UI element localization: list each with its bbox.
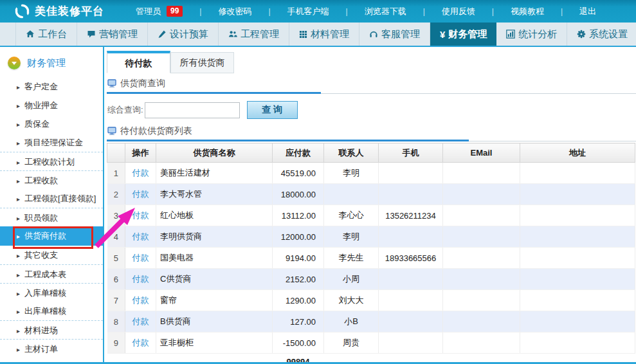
home-icon <box>26 30 35 39</box>
sidebar-item[interactable]: ▸客户定金 <box>0 77 103 96</box>
search-input[interactable] <box>145 102 240 118</box>
table-row: 8 付款 B供货商 127.00 小B <box>107 311 635 332</box>
app-window: 美佳装修平台 管理员 99 修改密码 手机客户端 浏览器下载 使用反馈 视频教程… <box>0 0 636 364</box>
sidebar-item[interactable]: ▸材料进场 <box>0 320 103 339</box>
sidebar-item[interactable]: ▸物业押金 <box>0 96 103 114</box>
table-row: 2 付款 李大哥水管 18000.00 <box>107 184 635 205</box>
table-row: 6 付款 C供货商 2152.00 小周 <box>107 269 635 290</box>
sidebar-item[interactable]: ▸项目经理保证金 <box>0 133 103 152</box>
col-supplier-name: 供货商名称 <box>156 143 273 163</box>
supplier-name: 国美电器 <box>156 248 273 269</box>
edit-icon <box>158 30 167 39</box>
pay-link[interactable]: 付款 <box>132 295 149 305</box>
address-value <box>520 248 635 269</box>
sidebar-item[interactable]: ▸工程成本表 <box>0 264 103 283</box>
table-row: 4 付款 李明供货商 12000.00 李明 <box>107 226 635 248</box>
item-arrow-icon: ▸ <box>17 327 20 334</box>
menu-video-tutorial[interactable]: 视频教程 <box>484 6 552 17</box>
sidebar-item[interactable]: ▸职员领款 <box>0 208 103 226</box>
sidebar-item[interactable]: ▸工程领款[直接领款] <box>0 189 103 208</box>
logo-swirl-icon <box>14 3 30 19</box>
top-header: 美佳装修平台 管理员 99 修改密码 手机客户端 浏览器下载 使用反馈 视频教程… <box>0 0 636 23</box>
row-number: 1 <box>107 163 125 184</box>
content-tabs: 待付款 所有供货商 <box>107 50 636 73</box>
nav-tab-system-settings[interactable]: 系统设置 <box>567 23 636 46</box>
amount-payable: -1500.00 <box>273 332 324 354</box>
table-row: 7 付款 窗帘 1290.00 刘大大 <box>107 290 635 311</box>
contact-name: 李明 <box>324 226 379 248</box>
item-arrow-icon: ▸ <box>17 215 20 222</box>
sidebar-section-header: 财务管理 <box>0 53 103 73</box>
nav-tab-statistics[interactable]: 统计分析 <box>496 23 567 46</box>
table-row: 1 付款 美丽生活建材 45519.00 李明 <box>107 163 635 184</box>
pay-link[interactable]: 付款 <box>132 338 149 347</box>
menu-change-password[interactable]: 修改密码 <box>191 6 260 17</box>
menu-logout[interactable]: 退出 <box>552 6 604 17</box>
table-row: 5 付款 国美电器 9194.00 李先生 18933665566 <box>107 248 635 269</box>
nav-tab-engineering[interactable]: 工程管理 <box>219 23 289 46</box>
amount-payable: 2152.00 <box>273 269 324 290</box>
search-button[interactable]: 查 询 <box>247 101 298 119</box>
monitor-icon <box>107 127 116 136</box>
item-arrow-icon: ▸ <box>17 308 20 315</box>
sidebar-item[interactable]: ▸工程收款 <box>0 170 103 189</box>
supplier-name: 李明供货商 <box>156 226 273 248</box>
top-menu: 管理员 99 修改密码 手机客户端 浏览器下载 使用反馈 视频教程 退出 <box>127 6 604 17</box>
email-value <box>443 226 520 248</box>
notification-badge[interactable]: 99 <box>167 6 183 17</box>
pay-link[interactable]: 付款 <box>132 210 149 220</box>
sidebar-item[interactable]: ▸出库单稽核 <box>0 302 103 320</box>
pay-link[interactable]: 付款 <box>132 316 149 326</box>
section-divider <box>107 140 636 141</box>
mobile-number <box>379 269 443 290</box>
menu-browser-download[interactable]: 浏览器下载 <box>338 6 415 17</box>
menu-admin[interactable]: 管理员 99 <box>127 6 191 17</box>
table-header-row: 操作 供货商名称 应付款 联系人 手机 EMail 地址 <box>107 143 635 163</box>
sidebar-menu: ▸客户定金 ▸物业押金 ▸质保金 ▸项目经理保证金 ▸工 <box>0 77 103 358</box>
tab-pending-payment[interactable]: 待付款 <box>107 51 170 73</box>
row-number: 4 <box>107 226 125 248</box>
sidebar-item[interactable]: ▸工程收款计划 <box>0 152 103 170</box>
row-number: 3 <box>107 205 125 226</box>
main-nav: 工作台 营销管理 设计预算 工程管理 材料管理 客服管理 ¥ 财务管理 统计分析 <box>0 23 636 47</box>
nav-tab-workbench[interactable]: 工作台 <box>15 23 77 46</box>
collapse-icon[interactable] <box>8 57 21 69</box>
item-arrow-icon: ▸ <box>17 252 20 259</box>
nav-tab-materials[interactable]: 材料管理 <box>289 23 359 46</box>
query-section-title: 供货商查询 <box>107 78 636 89</box>
pay-link[interactable]: 付款 <box>132 189 149 199</box>
sidebar-item[interactable]: ▸质保金 <box>0 114 103 133</box>
item-arrow-icon: ▸ <box>17 233 20 240</box>
address-value <box>520 311 635 332</box>
nav-tab-customer-service[interactable]: 客服管理 <box>359 23 430 46</box>
address-value <box>520 290 635 311</box>
nav-tab-marketing[interactable]: 营销管理 <box>77 23 148 46</box>
mobile-number: 18933665566 <box>379 248 443 269</box>
address-value <box>520 332 635 354</box>
address-value <box>520 184 635 205</box>
main-content: 待付款 所有供货商 供货商查询 综合查询: 查 询 待付款供货商列表 <box>104 47 636 364</box>
item-arrow-icon: ▸ <box>17 177 20 185</box>
tab-all-suppliers[interactable]: 所有供货商 <box>170 52 234 73</box>
pay-link[interactable]: 付款 <box>132 274 149 284</box>
mobile-number: 13526211234 <box>379 205 443 226</box>
menu-feedback[interactable]: 使用反馈 <box>415 6 484 17</box>
pay-link[interactable]: 付款 <box>132 232 149 241</box>
sidebar-item[interactable]: ▸其它收支 <box>0 246 103 264</box>
pay-link[interactable]: 付款 <box>132 168 149 177</box>
sidebar-item[interactable]: ▸主材订单 <box>0 339 103 358</box>
menu-mobile-client[interactable]: 手机客户端 <box>260 6 337 17</box>
nav-tab-finance[interactable]: ¥ 财务管理 <box>430 23 496 46</box>
item-arrow-icon: ▸ <box>17 159 20 166</box>
supplier-name: 亚非橱柜 <box>156 332 273 354</box>
sidebar-item[interactable]: ▸入库单稽核 <box>0 283 103 302</box>
supplier-name: C供货商 <box>156 269 273 290</box>
contact-name <box>324 184 379 205</box>
supplier-name: 红心地板 <box>156 205 273 226</box>
item-arrow-icon: ▸ <box>17 271 20 278</box>
nav-tab-design-budget[interactable]: 设计预算 <box>148 23 219 46</box>
address-value <box>520 163 635 184</box>
contact-name: 小周 <box>324 269 379 290</box>
sidebar-item[interactable]: ▸供货商付款 <box>0 226 103 246</box>
pay-link[interactable]: 付款 <box>132 253 149 262</box>
